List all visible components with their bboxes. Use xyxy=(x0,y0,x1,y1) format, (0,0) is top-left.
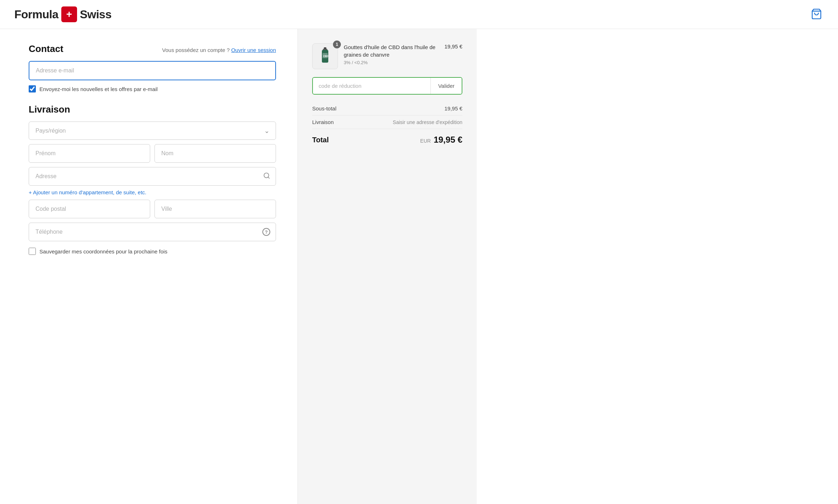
contact-title: Contact xyxy=(29,43,63,54)
phone-field-wrapper: ? xyxy=(29,223,276,241)
total-price: 19,95 € xyxy=(434,135,462,145)
product-name: Gouttes d'huile de CBD dans l'huile de g… xyxy=(344,43,439,58)
last-name-input[interactable] xyxy=(154,144,276,163)
contact-section: Contact Vous possédez un compte ? Ouvrir… xyxy=(29,43,276,92)
subtotal-value: 19,95 € xyxy=(444,105,462,111)
shipping-label: Livraison xyxy=(312,119,334,125)
save-info-checkbox[interactable] xyxy=(29,248,36,255)
discount-input[interactable] xyxy=(313,78,427,94)
shipping-line: Livraison Saisir une adresse d'expéditio… xyxy=(312,115,462,129)
country-select[interactable]: Pays/région xyxy=(29,122,276,140)
cart-button[interactable] xyxy=(809,7,824,22)
discount-validate-button[interactable]: Valider xyxy=(430,78,462,94)
address-field-wrapper xyxy=(29,167,276,186)
postal-city-row xyxy=(29,200,276,218)
cart-icon xyxy=(811,8,822,20)
product-price: 19,95 € xyxy=(444,43,462,49)
svg-text:CBD: CBD xyxy=(323,55,329,58)
save-info-label: Sauvegarder mes coordonnées pour la proc… xyxy=(39,248,167,255)
product-variant: 3% / <0.2% xyxy=(344,60,439,65)
subtotal-label: Sous-total xyxy=(312,105,337,111)
logo-text-part2: Swiss xyxy=(80,8,111,21)
shipping-value: Saisir une adresse d'expédition xyxy=(393,119,462,125)
newsletter-label: Envoyez-moi les nouvelles et les offres … xyxy=(39,86,158,92)
newsletter-checkbox[interactable] xyxy=(29,85,36,92)
logo: Formula + Swiss xyxy=(14,6,111,22)
newsletter-row: Envoyez-moi les nouvelles et les offres … xyxy=(29,85,276,92)
product-image-wrapper: CBD 1 xyxy=(312,43,338,69)
account-prompt: Vous possédez un compte ? Ouvrir une ses… xyxy=(162,47,276,53)
city-input[interactable] xyxy=(154,200,276,218)
login-link[interactable]: Ouvrir une session xyxy=(231,47,276,53)
country-field-wrapper: Pays/région ⌄ xyxy=(29,122,276,140)
total-currency: EUR xyxy=(420,138,431,144)
discount-row: Valider xyxy=(312,77,462,95)
postal-input[interactable] xyxy=(29,200,150,218)
header: Formula + Swiss xyxy=(0,0,838,29)
left-panel: Contact Vous possédez un compte ? Ouvrir… xyxy=(0,29,297,504)
subtotal-line: Sous-total 19,95 € xyxy=(312,102,462,115)
product-info: Gouttes d'huile de CBD dans l'huile de g… xyxy=(344,43,439,65)
total-amount: EUR 19,95 € xyxy=(420,135,462,145)
right-panel: CBD 1 Gouttes d'huile de CBD dans l'huil… xyxy=(297,29,477,504)
email-input[interactable] xyxy=(29,61,276,80)
main-layout: Contact Vous possédez un compte ? Ouvrir… xyxy=(0,29,838,504)
save-info-row: Sauvegarder mes coordonnées pour la proc… xyxy=(29,248,276,255)
logo-icon: + xyxy=(61,6,77,22)
contact-header: Contact Vous possédez un compte ? Ouvrir… xyxy=(29,43,276,54)
product-row: CBD 1 Gouttes d'huile de CBD dans l'huil… xyxy=(312,43,462,69)
product-quantity-badge: 1 xyxy=(333,41,341,48)
first-name-input[interactable] xyxy=(29,144,150,163)
livraison-title: Livraison xyxy=(29,104,276,115)
product-bottle-icon: CBD xyxy=(319,47,332,65)
phone-input[interactable] xyxy=(29,223,276,241)
total-line: Total EUR 19,95 € xyxy=(312,129,462,145)
livraison-section: Livraison Pays/région ⌄ xyxy=(29,104,276,255)
total-label: Total xyxy=(312,136,329,144)
add-apartment-link[interactable]: + Ajouter un numéro d'appartement, de su… xyxy=(29,189,146,195)
logo-text-part1: Formula xyxy=(14,8,58,21)
name-row xyxy=(29,144,276,163)
address-input[interactable] xyxy=(29,167,276,186)
